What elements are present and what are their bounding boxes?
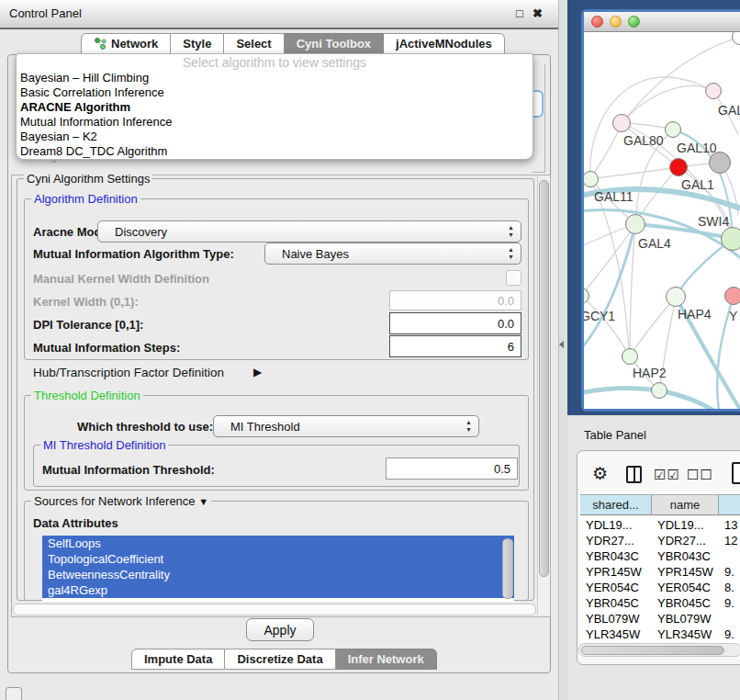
network-node-gal4[interactable] [625,214,645,234]
float-window-icon[interactable]: □ [516,6,523,20]
mi-threshold-group-title: MI Threshold Definition [40,438,168,452]
close-window-icon[interactable]: ✖ [533,6,543,20]
algorithm-option[interactable]: Bayesian – Hill Climbing [17,71,533,85]
mi-steps-value: 6 [508,340,514,354]
minimize-traffic-light[interactable] [610,16,622,28]
stepper-arrows-icon: ▲▼ [508,246,514,261]
table-row[interactable]: YDR27...YDR27...12 [580,533,740,548]
table-cell: YDL19... [580,518,652,532]
kernel-width-value: 0.0 [498,294,514,308]
algorithm-option[interactable]: Basic Correlation Inference [17,85,533,100]
close-traffic-light[interactable] [591,16,603,28]
table-cell: YPR145W [652,565,719,579]
node-label: GAL [718,103,740,118]
algorithm-option[interactable]: Bayesian – K2 [17,130,533,144]
bottom-tab-bar: Impute DataDiscretize DataInfer Network [131,649,437,670]
manual-kernel-checkbox[interactable] [506,270,521,286]
table-row[interactable]: YBL079WYBL079W [580,611,740,627]
split-columns-icon[interactable] [626,466,642,483]
aracne-mode-combo[interactable]: Discovery ▲▼ [97,220,521,243]
expander-collapsed-icon[interactable]: ▶ [253,365,262,379]
table-cell: YDL19... [652,518,719,532]
data-attributes-list: SelfLoopsTopologicalCoefficientBetweenne… [42,536,514,602]
scrollbar-thumb[interactable] [539,180,549,577]
network-canvas[interactable]: GALGAL80GAL10GAL1GAL11GAL4SWI4GCY1HAP4YH… [584,32,740,409]
network-node[interactable] [651,382,667,399]
table-cell: 9. [719,565,740,579]
tab-label: jActiveMNodules [396,37,492,51]
select-all-checkboxes-icon[interactable]: ☑☑ [654,467,680,483]
kernel-width-field[interactable]: 0.0 [389,290,521,310]
settings-horizontal-scrollbar[interactable] [13,604,536,615]
document-icon[interactable] [732,462,740,484]
table-horizontal-scrollbar[interactable] [578,643,740,657]
mi-steps-field[interactable]: 6 [389,335,521,357]
attribute-list-item[interactable]: BetweennessCentrality [42,567,514,582]
algorithm-option[interactable]: ARACNE Algorithm [17,100,533,115]
table-row[interactable]: YBR045CYBR045C9. [580,595,740,611]
network-window-titlebar[interactable] [584,12,740,32]
tab-impute-data[interactable]: Impute Data [131,649,225,670]
table-row[interactable]: YBR043CYBR043C [580,548,740,564]
minimized-panel-icon[interactable] [6,687,22,700]
tab-network[interactable]: Network [81,33,171,54]
zoom-traffic-light[interactable] [628,16,640,28]
settings-gear-icon[interactable]: ⚙ [592,463,608,484]
table-row[interactable]: YPR145WYPR145W9. [580,564,740,580]
attribute-list-item[interactable]: TopologicalCoefficient [42,551,514,567]
mi-threshold-field[interactable]: 0.5 [386,457,518,480]
dpi-tolerance-field[interactable]: 0.0 [389,312,521,334]
node-label: GAL11 [594,189,633,204]
attribute-list-item[interactable]: gal4RGexp [42,582,514,598]
network-node-gal[interactable] [705,83,722,99]
table-cell: YDR27... [580,534,652,548]
group-border-fragment [544,64,545,173]
table-cell: 8. [719,581,740,594]
algorithm-option[interactable]: Dream8 DC_TDC Algorithm [17,144,533,159]
network-node-gal1[interactable] [669,158,688,176]
table-cell: YLR345W [652,627,719,641]
table-header-clipped[interactable] [719,494,740,515]
tab-cyni-toolbox[interactable]: Cyni Toolbox [285,33,384,54]
tab-infer-network[interactable]: Infer Network [336,649,437,670]
node-label: GAL80 [623,133,664,148]
deselect-checkboxes-icon[interactable]: ☐☐ [687,467,713,483]
table-row[interactable]: YER054CYER054C8. [580,580,740,595]
table-row[interactable]: YDL19...YDL19...13 [580,517,740,533]
tab-label: Select [236,37,271,51]
hub-expander-label[interactable]: Hub/Transcription Factor Definition [33,366,224,380]
settings-vertical-scrollbar[interactable] [537,175,550,615]
mi-type-combo[interactable]: Naive Bayes ▲▼ [264,243,521,265]
table-row[interactable]: YLR345WYLR345W9. [580,627,740,642]
scrollbar-thumb[interactable] [581,646,724,655]
tab-jactivemnodules[interactable]: jActiveMNodules [384,33,505,54]
attributes-list-scrollbar[interactable] [502,538,513,599]
apply-button[interactable]: Apply [246,618,314,641]
tab-label: Network [111,37,158,51]
splitter-collapse-icon[interactable] [559,341,564,348]
sources-group-title[interactable]: Sources for Network Inference ▼ [31,494,211,509]
table-cell: 9. [719,596,740,610]
network-node-hap4[interactable] [666,287,686,307]
algorithm-option[interactable]: Mutual Information Inference [17,115,533,130]
mi-type-label: Mutual Information Algorithm Type: [33,247,234,262]
network-node-hap2[interactable] [622,348,638,365]
which-threshold-combo[interactable]: MI Threshold ▲▼ [213,415,479,437]
network-node-y[interactable] [724,287,740,305]
group-border-fragment [532,172,545,173]
tab-style[interactable]: Style [171,33,224,54]
expander-expanded-icon[interactable]: ▼ [198,496,208,507]
attribute-list-item[interactable]: SelfLoops [42,536,514,551]
tab-discretize-data[interactable]: Discretize Data [225,649,335,670]
table-header-name[interactable]: name [652,494,719,515]
manual-kernel-label: Manual Kernel Width Definition [33,272,209,287]
table-header-shared-name[interactable]: shared... [580,494,652,515]
tab-select[interactable]: Select [224,33,284,54]
network-node-swi4[interactable] [721,227,740,251]
network-node-gal10[interactable] [665,121,681,138]
node-label: GAL4 [638,236,671,251]
table-body: YDL19...YDL19...13YDR27...YDR27...12YBR0… [580,517,740,657]
mi-threshold-value: 0.5 [494,462,510,476]
node-label: Y [729,309,737,323]
network-node-gal80[interactable] [612,114,631,132]
